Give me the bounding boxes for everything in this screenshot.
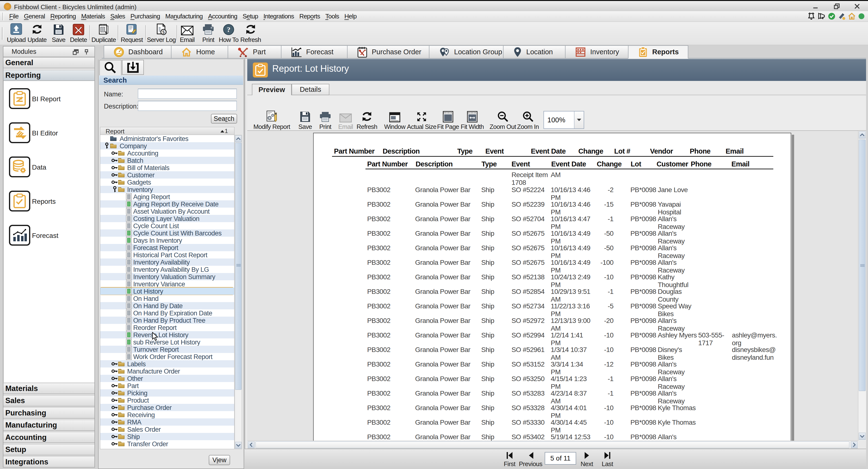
annotate-icon[interactable]	[837, 12, 846, 20]
module-section-general[interactable]: General	[3, 57, 94, 68]
previous-page-button[interactable]: Previous	[514, 451, 548, 468]
module-item-bi-editor[interactable]: BI Editor	[9, 122, 91, 144]
report-tree-header[interactable]: Report 1	[100, 127, 235, 135]
last-page-button[interactable]: Last	[590, 451, 624, 468]
tree-toggle-expanded-icon[interactable]	[103, 142, 111, 150]
tree-toggle-collapsed-icon[interactable]	[111, 157, 118, 164]
module-tab-part[interactable]: Part	[228, 45, 281, 59]
tree-toggle-collapsed-icon[interactable]	[111, 150, 118, 157]
menu-accounting[interactable]: Accounting	[208, 12, 237, 20]
report-tab-preview[interactable]: Preview	[252, 84, 291, 95]
tree-toggle-collapsed-icon[interactable]	[111, 164, 118, 171]
tree-item-forecast-report[interactable]: Forecast Report	[100, 244, 234, 251]
tree-item-sub-reverse-lot-history[interactable]: sub Reverse Lot History	[100, 338, 234, 346]
tree-item-inventory-availability-by-lg[interactable]: Inventory Availability By LG	[100, 266, 234, 273]
tree-toggle-expanded-icon[interactable]	[111, 186, 118, 193]
tree-item-other[interactable]: Other	[100, 375, 234, 382]
tree-toggle-collapsed-icon[interactable]	[111, 411, 118, 418]
tree-toggle-collapsed-icon[interactable]	[111, 368, 118, 375]
page-number-field[interactable]: 5 of 11	[545, 452, 576, 465]
module-item-reports[interactable]: Reports	[9, 191, 91, 213]
tree-toggle-collapsed-icon[interactable]	[111, 360, 118, 368]
tree-item-receiving[interactable]: Receiving	[100, 411, 234, 418]
tree-toggle-collapsed-icon[interactable]	[111, 418, 118, 426]
close-button[interactable]	[853, 2, 861, 10]
tree-scrollbar[interactable]	[235, 135, 242, 449]
tree-toggle-collapsed-icon[interactable]	[111, 397, 118, 404]
menu-setup[interactable]: Setup	[243, 12, 258, 20]
home-small-icon[interactable]	[847, 12, 856, 20]
menu-tools[interactable]: Tools	[325, 12, 339, 20]
status-dot-icon[interactable]	[858, 12, 865, 20]
tree-item-labels[interactable]: Labels	[100, 360, 234, 368]
tree-item-turnover-report[interactable]: Turnover Report	[100, 346, 234, 353]
tree-toggle-collapsed-icon[interactable]	[111, 171, 118, 179]
zoom-in-report-button[interactable]: Zoom In	[508, 109, 547, 131]
tree-item-administrator-s-favorites[interactable]: Administrator's Favorites	[100, 135, 234, 142]
module-section-manufacturing[interactable]: Manufacturing	[3, 419, 94, 431]
tree-item-on-hand-by-expiration-date[interactable]: On Hand By Expiration Date	[100, 309, 234, 317]
menu-materials[interactable]: Materials	[81, 12, 105, 20]
tree-item-bill-of-materials[interactable]: Bill of Materials	[100, 164, 234, 171]
pin-panel-icon[interactable]	[84, 49, 89, 55]
tree-item-days-in-inventory[interactable]: Days In Inventory	[100, 237, 234, 244]
megaphone-icon[interactable]	[817, 12, 826, 20]
tree-item-picking[interactable]: Picking	[100, 389, 234, 397]
tab-import-panel[interactable]	[122, 60, 144, 75]
check-circle-icon[interactable]	[828, 12, 836, 20]
tree-item-historical-part-cost-report[interactable]: Historical Part Cost Report	[100, 251, 234, 258]
menu-reporting[interactable]: Reporting	[51, 12, 76, 20]
menu-file[interactable]: File	[9, 12, 19, 20]
module-tab-dashboard[interactable]: Dashboard	[104, 45, 171, 59]
bell-icon[interactable]	[807, 12, 815, 20]
tree-item-aging-report[interactable]: Aging Report	[100, 193, 234, 200]
tree-item-batch[interactable]: Batch	[100, 157, 234, 164]
tree-item-reverse-lot-history[interactable]: Reverse Lot History	[100, 331, 234, 338]
tree-item-inventory-valuation-summary[interactable]: Inventory Valuation Summary	[100, 273, 234, 280]
search-button[interactable]: Search	[211, 114, 237, 124]
restore-button[interactable]	[833, 2, 841, 10]
module-section-integrations[interactable]: Integrations	[3, 456, 94, 468]
tree-toggle-collapsed-icon[interactable]	[111, 404, 118, 411]
tree-item-cycle-count-list-with-barcodes[interactable]: Cycle Count List With Barcodes	[100, 229, 234, 237]
tree-toggle-collapsed-icon[interactable]	[111, 433, 118, 440]
description-input[interactable]	[138, 101, 237, 111]
tree-item-ship[interactable]: Ship	[100, 433, 234, 440]
tree-item-gadgets[interactable]: Gadgets	[100, 179, 234, 186]
tree-toggle-collapsed-icon[interactable]	[111, 440, 118, 447]
tree-toggle-collapsed-icon[interactable]	[111, 179, 118, 186]
module-tab-forecast[interactable]: Forecast	[281, 45, 347, 59]
module-section-sales[interactable]: Sales	[3, 395, 94, 406]
menu-purchasing[interactable]: Purchasing	[130, 12, 160, 20]
module-tab-inventory[interactable]: Inventory	[565, 45, 628, 59]
name-input[interactable]	[138, 89, 237, 99]
module-tab-location[interactable]: Location	[503, 45, 565, 59]
tree-item-on-hand[interactable]: On Hand	[100, 295, 234, 302]
tree-item-asset-valuation-by-account[interactable]: Asset Valuation By Account	[100, 208, 234, 215]
tree-item-reorder-report[interactable]: Reorder Report	[100, 324, 234, 331]
menu-sales[interactable]: Sales	[110, 12, 125, 20]
tree-item-costing-layer-valuation[interactable]: Costing Layer Valuation	[100, 215, 234, 222]
module-section-setup[interactable]: Setup	[3, 444, 94, 456]
menu-manufacturing[interactable]: Manufacturing	[165, 12, 203, 20]
tree-item-on-hand-by-date[interactable]: On Hand By Date	[100, 302, 234, 309]
module-section-accounting[interactable]: Accounting	[3, 432, 94, 443]
module-item-data[interactable]: Data	[9, 156, 91, 178]
module-tab-home[interactable]: Home	[171, 45, 228, 59]
tree-toggle-collapsed-icon[interactable]	[111, 426, 118, 433]
view-button[interactable]: View	[209, 455, 230, 465]
menu-reports[interactable]: Reports	[299, 12, 320, 20]
tree-item-purchase-order[interactable]: Purchase Order	[100, 404, 234, 411]
tree-item-transfer-order[interactable]: Transfer Order	[100, 440, 234, 447]
minimize-button[interactable]	[811, 2, 819, 10]
tree-item-aging-report-by-receive-date[interactable]: Aging Report By Receive Date	[100, 200, 234, 208]
tree-item-inventory[interactable]: Inventory	[100, 186, 234, 193]
module-section-reporting[interactable]: Reporting	[3, 70, 94, 81]
tree-item-manufacture-order[interactable]: Manufacture Order	[100, 368, 234, 375]
tree-item-on-hand-by-product-tree[interactable]: On Hand By Product Tree	[100, 317, 234, 324]
module-tab-reports[interactable]: Reports	[628, 45, 688, 59]
report-tab-details[interactable]: Details	[291, 84, 330, 95]
tree-item-lot-history[interactable]: Lot History	[100, 287, 234, 295]
refresh-button[interactable]: Refresh	[232, 23, 269, 43]
tree-item-sales-order[interactable]: Sales Order	[100, 426, 234, 433]
